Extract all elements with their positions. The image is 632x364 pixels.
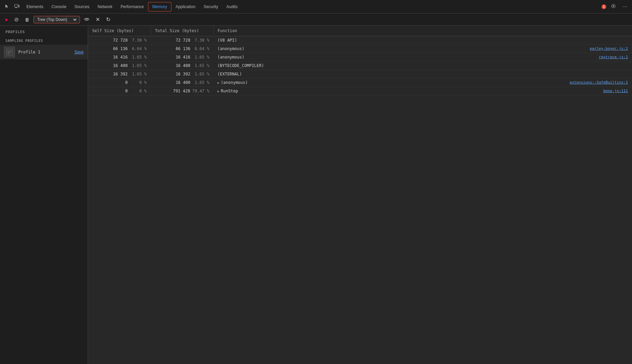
nav-tab-console[interactable]: Console xyxy=(47,2,70,11)
cell-function-3: (BYTECODE_COMPILER) xyxy=(213,62,632,70)
eye-btn[interactable] xyxy=(82,15,91,24)
svg-rect-7 xyxy=(6,49,13,55)
svg-point-6 xyxy=(86,18,87,20)
expand-arrow[interactable]: ▶ xyxy=(217,81,219,85)
table-row[interactable]: 00 %16 4001.65 %▶(anonymous)extensions::… xyxy=(88,78,632,87)
cursor-icon-btn[interactable] xyxy=(3,2,12,11)
profile-item-profile-1[interactable]: Profile 1 Save xyxy=(0,45,88,60)
function-link[interactable]: raytrace.js:1 xyxy=(599,55,628,59)
profile-save-btn[interactable]: Save xyxy=(75,50,84,54)
function-name: RunStep xyxy=(221,89,238,93)
svg-rect-1 xyxy=(18,5,19,7)
function-link[interactable]: earley-boyer.js:1 xyxy=(590,46,628,51)
table-row[interactable]: 16 4001.65 %16 4001.65 %(BYTECODE_COMPIL… xyxy=(88,62,632,70)
cell-self-1: 66 1366.64 % xyxy=(88,45,151,53)
table-row[interactable]: 00 %791 42879.47 %▶RunStepbase.js:111 xyxy=(88,87,632,95)
device-toolbar-btn[interactable] xyxy=(12,2,22,11)
nav-tab-memory[interactable]: Memory xyxy=(148,2,171,12)
cell-self-4: 16 3921.65 % xyxy=(88,70,151,78)
cell-function-0: (V8 API) xyxy=(213,36,632,45)
cell-total-0: 72 7287.30 % xyxy=(151,36,213,45)
function-name: (anonymous) xyxy=(221,80,248,85)
nav-tab-audits[interactable]: Audits xyxy=(222,2,241,11)
table-row[interactable]: 72 7287.30 %72 7287.30 %(V8 API) xyxy=(88,36,632,45)
cell-function-6: ▶RunStepbase.js:111 xyxy=(213,87,632,95)
table-body: 72 7287.30 %72 7287.30 %(V8 API)66 1366.… xyxy=(88,36,632,95)
col-total-size[interactable]: Total Size (bytes) xyxy=(151,26,213,36)
clear-btn[interactable]: ✕ xyxy=(93,15,102,24)
function-name: (EXTERNAL) xyxy=(217,72,242,76)
profile-list: Profile 1 Save xyxy=(0,45,88,60)
col-function[interactable]: Function xyxy=(213,26,632,36)
error-badge: 1 xyxy=(602,4,606,9)
top-nav: ElementsConsoleSourcesNetworkPerformance… xyxy=(0,0,632,14)
nav-right: 1 ⋯ xyxy=(602,2,629,11)
refresh-btn[interactable]: ↻ xyxy=(104,15,112,24)
cell-function-2: (anonymous)raytrace.js:1 xyxy=(213,53,632,62)
function-link[interactable]: extensions::SafeBuiltins:1 xyxy=(570,80,628,85)
toolbar: ● ⊘ 🗑 Tree (Top Down)Tree (Bottom Up)Hea… xyxy=(0,14,632,26)
sampling-profiles-header: SAMPLING PROFILES xyxy=(0,36,88,45)
cell-total-1: 66 1366.64 % xyxy=(151,45,213,53)
stop-btn[interactable]: ⊘ xyxy=(12,15,21,24)
record-btn[interactable]: ● xyxy=(3,15,10,24)
table-header-row: Self Size (bytes) Total Size (bytes) Fun… xyxy=(88,26,632,36)
table-row[interactable]: 66 1366.64 %66 1366.64 %(anonymous)earle… xyxy=(88,45,632,53)
cell-self-5: 00 % xyxy=(88,78,151,87)
more-btn[interactable]: ⋯ xyxy=(620,3,629,11)
settings-btn[interactable] xyxy=(609,2,618,11)
cell-function-1: (anonymous)earley-boyer.js:1 xyxy=(213,45,632,53)
expand-arrow[interactable]: ▶ xyxy=(217,89,219,93)
delete-btn[interactable]: 🗑 xyxy=(23,16,31,24)
cell-total-4: 16 3921.65 % xyxy=(151,70,213,78)
cell-self-6: 00 % xyxy=(88,87,151,95)
data-table: Self Size (bytes) Total Size (bytes) Fun… xyxy=(88,26,632,95)
table-row[interactable]: 16 4161.65 %16 4161.65 %(anonymous)raytr… xyxy=(88,53,632,62)
function-name: (V8 API) xyxy=(217,38,237,43)
nav-tab-security[interactable]: Security xyxy=(199,2,222,11)
nav-tabs: ElementsConsoleSourcesNetworkPerformance… xyxy=(22,2,242,12)
cell-function-4: (EXTERNAL) xyxy=(213,70,632,78)
nav-tab-network[interactable]: Network xyxy=(93,2,117,11)
nav-tab-performance[interactable]: Performance xyxy=(117,2,148,11)
function-name: (BYTECODE_COMPILER) xyxy=(217,63,264,68)
error-count: 1 xyxy=(602,4,606,9)
cell-self-0: 72 7287.30 % xyxy=(88,36,151,45)
nav-tab-sources[interactable]: Sources xyxy=(70,2,93,11)
table-row[interactable]: 16 3921.65 %16 3921.65 %(EXTERNAL) xyxy=(88,70,632,78)
cell-function-5: ▶(anonymous)extensions::SafeBuiltins:1 xyxy=(213,78,632,87)
profiles-header: Profiles xyxy=(0,26,88,36)
function-name: (anonymous) xyxy=(217,55,244,60)
profile-icon xyxy=(4,47,15,58)
nav-tab-application[interactable]: Application xyxy=(171,2,199,11)
cell-self-2: 16 4161.65 % xyxy=(88,53,151,62)
main-layout: Profiles SAMPLING PROFILES Profile 1 Sav… xyxy=(0,26,632,364)
function-link[interactable]: base.js:111 xyxy=(603,89,628,93)
svg-rect-0 xyxy=(15,4,18,7)
svg-point-5 xyxy=(613,5,614,7)
nav-tab-elements[interactable]: Elements xyxy=(22,2,47,11)
cell-total-3: 16 4001.65 % xyxy=(151,62,213,70)
cell-total-2: 16 4161.65 % xyxy=(151,53,213,62)
sidebar: Profiles SAMPLING PROFILES Profile 1 Sav… xyxy=(0,26,88,364)
cell-self-3: 16 4001.65 % xyxy=(88,62,151,70)
view-select[interactable]: Tree (Top Down)Tree (Bottom Up)Heavy (Bo… xyxy=(36,17,78,22)
content-area: Self Size (bytes) Total Size (bytes) Fun… xyxy=(88,26,632,364)
cell-total-6: 791 42879.47 % xyxy=(151,87,213,95)
col-self-size[interactable]: Self Size (bytes) xyxy=(88,26,151,36)
cell-total-5: 16 4001.65 % xyxy=(151,78,213,87)
view-select-wrap[interactable]: Tree (Top Down)Tree (Bottom Up)Heavy (Bo… xyxy=(34,16,80,23)
function-name: (anonymous) xyxy=(217,46,244,51)
profile-name: Profile 1 xyxy=(18,50,71,54)
